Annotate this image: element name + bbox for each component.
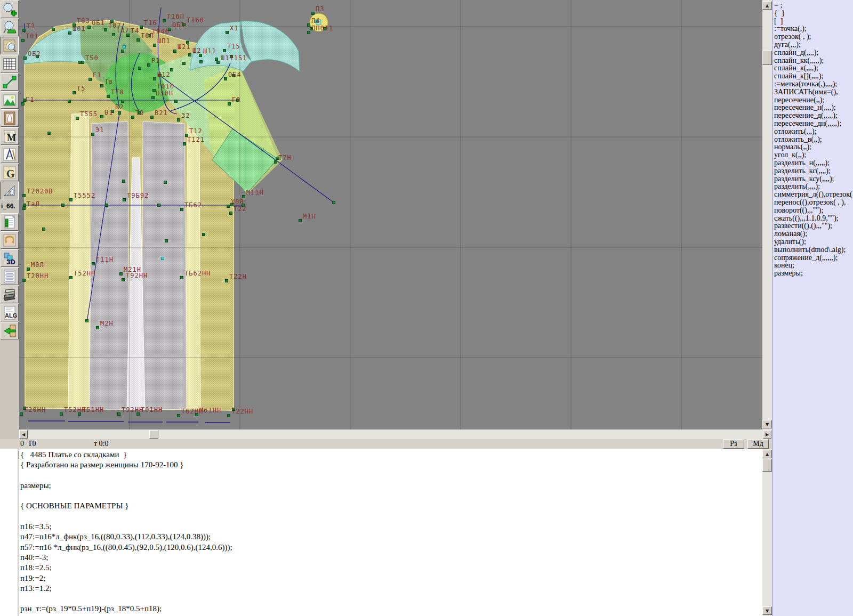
point-marker[interactable] [140, 26, 143, 29]
point-marker[interactable] [307, 23, 310, 27]
point-marker[interactable] [22, 194, 26, 197]
point-marker[interactable] [111, 110, 114, 113]
point-marker[interactable] [73, 23, 76, 27]
zoom-area-button[interactable] [1, 19, 19, 36]
function-list-item[interactable]: конец; [774, 262, 853, 270]
point-marker[interactable] [96, 326, 99, 329]
point-marker[interactable] [186, 41, 189, 44]
function-list-item[interactable]: поворот((),,,""); [774, 207, 853, 215]
function-list-item[interactable]: { } [774, 10, 853, 18]
function-list-item[interactable]: пересечение(,,); [774, 96, 853, 104]
books-button[interactable] [1, 286, 19, 303]
point-marker[interactable] [122, 278, 125, 281]
model-photo-button[interactable] [1, 231, 19, 249]
point-marker[interactable] [73, 91, 76, 94]
function-list-item[interactable]: = ; [774, 2, 853, 10]
function-list-item[interactable]: сплайн_д(,,,,); [774, 49, 853, 57]
point-marker[interactable] [230, 55, 233, 58]
point-marker[interactable] [78, 61, 82, 64]
point-marker[interactable] [47, 132, 51, 135]
point-marker[interactable] [68, 31, 71, 35]
function-list-item[interactable]: развести((),(),,,""); [774, 222, 853, 230]
scroll-left-icon[interactable]: ◀ [19, 430, 28, 439]
function-list-item[interactable]: ЗАПИСАТЬ(имя=(), [774, 88, 853, 96]
point-marker[interactable] [223, 49, 226, 52]
report-button[interactable] [1, 213, 19, 231]
point-marker[interactable] [242, 204, 245, 207]
point-marker[interactable] [182, 23, 186, 26]
point-marker[interactable] [23, 204, 26, 207]
point-marker[interactable] [92, 262, 95, 265]
canvas-hscrollbar[interactable] [19, 429, 772, 439]
measure-button[interactable] [1, 73, 19, 91]
point-marker[interactable] [170, 68, 173, 71]
point-marker[interactable] [104, 28, 107, 31]
md-button[interactable]: Мд [747, 439, 769, 449]
point-marker[interactable] [148, 34, 151, 37]
point-marker[interactable] [27, 268, 30, 271]
point-marker[interactable] [182, 62, 186, 65]
canvas-hscroll-thumb[interactable] [149, 430, 158, 439]
function-list-item[interactable]: отложить_в(,,); [774, 136, 853, 144]
function-list-item[interactable]: нормаль(,,); [774, 143, 853, 151]
point-marker[interactable] [164, 181, 167, 184]
point-marker[interactable] [299, 219, 302, 222]
point-marker[interactable] [85, 319, 88, 322]
point-marker[interactable] [157, 204, 160, 207]
point-marker[interactable] [21, 102, 25, 106]
point-marker[interactable] [147, 63, 150, 67]
cyan-point-marker[interactable] [123, 45, 126, 48]
function-list-item[interactable]: симметрия_л((),отрезок( , ), [774, 191, 853, 199]
function-list-item[interactable]: разделить_кс(,,,,); [774, 167, 853, 175]
point-marker[interactable] [242, 195, 245, 198]
point-marker[interactable] [199, 60, 203, 63]
cyan-point-marker[interactable] [315, 20, 318, 23]
point-marker[interactable] [42, 228, 45, 231]
function-list-item[interactable]: отрезок( , ); [774, 33, 853, 41]
point-marker[interactable] [22, 279, 26, 282]
function-list-item[interactable]: [ ] [774, 18, 853, 26]
point-marker[interactable] [36, 55, 39, 58]
ruler-button[interactable]: 8 [1, 182, 19, 199]
point-marker[interactable] [91, 133, 94, 136]
drawing-canvas[interactable]: П3П4ПП011Т1Т01ОБ2Т03ОБ1Ш01Т07Т47Т4Т16Т04… [19, 0, 762, 429]
point-marker[interactable] [121, 100, 124, 103]
point-marker[interactable] [22, 207, 26, 210]
point-marker[interactable] [121, 50, 124, 53]
point-marker[interactable] [23, 407, 26, 410]
cyan-point-marker[interactable] [161, 257, 164, 260]
point-marker[interactable] [224, 77, 227, 80]
point-marker[interactable] [119, 272, 123, 275]
function-list-item[interactable]: ломаная(); [774, 230, 853, 238]
point-marker[interactable] [76, 117, 79, 120]
function-list-item[interactable]: :=точка(,); [774, 25, 853, 33]
document-list-button[interactable] [1, 268, 19, 285]
point-marker[interactable] [232, 408, 235, 411]
function-list-item[interactable]: пересечение_н(,,,,); [774, 104, 853, 112]
exit-button[interactable] [1, 322, 19, 339]
point-marker[interactable] [199, 54, 202, 57]
point-marker[interactable] [117, 412, 120, 416]
zoom-in-button[interactable] [1, 1, 19, 18]
drafting-button[interactable] [1, 145, 19, 163]
pattern-frame-button[interactable] [1, 109, 19, 127]
point-marker[interactable] [22, 29, 26, 32]
scroll-up-icon[interactable]: ▲ [762, 1, 772, 10]
point-marker[interactable] [100, 115, 103, 118]
point-marker[interactable] [225, 279, 228, 282]
point-marker[interactable] [227, 414, 230, 417]
point-marker[interactable] [136, 38, 140, 42]
point-marker[interactable] [78, 412, 81, 416]
function-list-item[interactable]: сплайн_к[](,,,,); [774, 72, 853, 80]
point-marker[interactable] [88, 78, 92, 81]
function-list-item[interactable]: разделить_н(,,,,,); [774, 159, 853, 167]
point-marker[interactable] [177, 118, 180, 121]
point-marker[interactable] [195, 413, 198, 416]
point-marker[interactable] [177, 414, 180, 417]
point-marker[interactable] [126, 34, 130, 37]
point-marker[interactable] [168, 28, 171, 31]
function-list-item[interactable]: удалить(); [774, 238, 853, 246]
function-list-item[interactable]: размеры; [774, 270, 853, 278]
point-marker[interactable] [185, 134, 188, 137]
point-marker[interactable] [165, 239, 168, 242]
